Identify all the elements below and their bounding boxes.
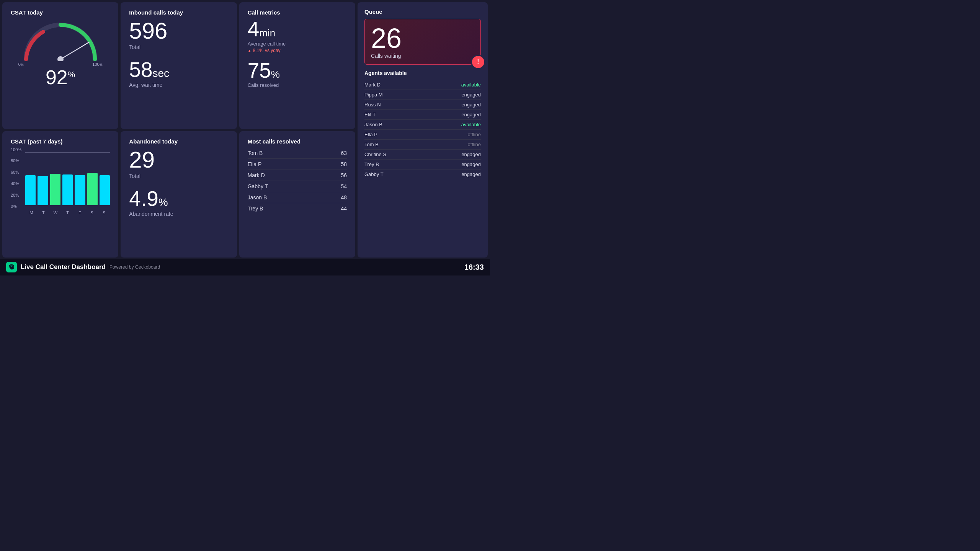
inbound-calls-card: Inbound calls today 596 Total 58sec Avg.… xyxy=(121,2,237,129)
agent-status: available xyxy=(461,82,481,88)
agents-list: Mark DavailablePippa MengagedRuss Nengag… xyxy=(364,80,481,179)
x-label: F xyxy=(74,210,86,215)
chart-area: 100%80%60%40%20%0% xyxy=(11,148,110,209)
abandoned-card: Abandoned today 29 Total 4.9% Abandonmen… xyxy=(121,131,237,258)
csat-7days-card: CSAT (past 7 days) 100%80%60%40%20%0% MT… xyxy=(2,131,118,258)
agent-name: Jason B xyxy=(364,122,382,127)
resolved-count: 54 xyxy=(341,183,347,189)
agent-name: Russ N xyxy=(364,102,381,108)
agent-status: available xyxy=(461,122,481,127)
gauge-min-label: 0% xyxy=(18,62,24,67)
abandoned-title: Abandoned today xyxy=(129,138,228,145)
agent-row: Gabby Tengaged xyxy=(364,170,481,179)
trend-arrow-icon: ▲ xyxy=(248,49,252,53)
resolved-label: Calls resolved xyxy=(248,82,347,88)
csat-today-title: CSAT today xyxy=(11,9,43,16)
main-content: CSAT today 0% 100% 92 xyxy=(0,0,490,259)
agents-title: Agents available xyxy=(364,70,481,76)
x-label: M xyxy=(25,210,38,215)
avg-time-label: Average call time xyxy=(248,41,347,47)
agent-row: Jason Bavailable xyxy=(364,120,481,130)
inbound-title: Inbound calls today xyxy=(129,9,228,16)
trend-value: 8.1% xyxy=(253,48,263,53)
abandoned-total-value: 29 xyxy=(129,148,228,171)
agent-row: Elif Tengaged xyxy=(364,110,481,120)
queue-alert: 26 Calls waiting ! xyxy=(364,19,481,65)
agent-row: Chritine Sengaged xyxy=(364,150,481,160)
agent-name: Tom B xyxy=(364,142,379,147)
agent-row: Pippa Mengaged xyxy=(364,90,481,100)
footer-time: 16:33 xyxy=(464,263,484,272)
queue-panel: Queue 26 Calls waiting ! Agents availabl… xyxy=(358,2,488,258)
resolved-count: 56 xyxy=(341,172,347,178)
resolved-name: Trey B xyxy=(248,205,263,212)
agent-row: Russ Nengaged xyxy=(364,100,481,110)
x-label: T xyxy=(62,210,74,215)
inbound-total-label: Total xyxy=(129,44,228,50)
resolved-name: Jason B xyxy=(248,194,267,201)
gauge-container xyxy=(18,17,103,61)
agent-name: Chritine S xyxy=(364,152,386,157)
y-label: 100% xyxy=(11,148,21,152)
avg-time-row: 4min Average call time ▲ 8.1% vs yday xyxy=(248,19,347,53)
resolved-row: 75% Calls resolved xyxy=(248,60,347,88)
x-label: W xyxy=(49,210,62,215)
agent-row: Mark Davailable xyxy=(364,80,481,90)
chart-bar xyxy=(100,175,110,205)
chart-bar xyxy=(25,175,36,205)
resolved-row: Jason B48 xyxy=(248,192,347,203)
y-label: 0% xyxy=(11,204,21,209)
resolved-row: Trey B44 xyxy=(248,203,347,214)
chart-bar xyxy=(50,174,60,205)
agent-name: Mark D xyxy=(364,82,381,88)
resolved-name: Ella P xyxy=(248,161,262,167)
abandoned-total-label: Total xyxy=(129,173,228,179)
resolved-name: Tom B xyxy=(248,150,263,156)
queue-waiting: Calls waiting xyxy=(371,53,474,59)
y-label: 20% xyxy=(11,193,21,197)
most-resolved-card: Most calls resolved Tom B63Ella P58Mark … xyxy=(239,131,355,258)
resolved-name: Mark D xyxy=(248,172,265,178)
alert-icon: ! xyxy=(472,56,484,68)
agent-status: engaged xyxy=(461,152,481,157)
x-label: S xyxy=(86,210,98,215)
most-resolved-title: Most calls resolved xyxy=(248,138,347,145)
agent-status: engaged xyxy=(461,92,481,98)
y-label: 80% xyxy=(11,159,21,163)
call-metrics-card: Call metrics 4min Average call time ▲ 8.… xyxy=(239,2,355,129)
queue-count: 26 xyxy=(371,24,474,52)
x-label: T xyxy=(38,210,50,215)
chart-y-labels: 100%80%60%40%20%0% xyxy=(11,148,21,209)
footer-logo: G xyxy=(6,262,17,272)
resolved-count: 63 xyxy=(341,150,347,156)
agent-row: Ella Poffline xyxy=(364,130,481,140)
agent-status: offline xyxy=(468,142,481,147)
agent-row: Trey Bengaged xyxy=(364,160,481,170)
footer-powered: Powered by Geckoboard xyxy=(109,264,160,270)
abandoned-rate-label: Abandonment rate xyxy=(129,211,228,217)
abandoned-rate-value: 4.9% xyxy=(129,188,228,209)
agent-name: Gabby T xyxy=(364,171,384,177)
chart-bar xyxy=(38,176,48,205)
y-label: 40% xyxy=(11,182,21,186)
csat-7days-title: CSAT (past 7 days) xyxy=(11,138,110,145)
inbound-total-value: 596 xyxy=(129,20,228,42)
gauge-svg xyxy=(18,17,103,61)
chart-bar xyxy=(62,174,73,205)
chart-bars xyxy=(25,148,110,205)
agent-row: Tom Boffline xyxy=(364,140,481,150)
chart-bar xyxy=(75,175,85,205)
svg-line-0 xyxy=(60,42,89,59)
resolved-count: 48 xyxy=(341,194,347,201)
agent-name: Pippa M xyxy=(364,92,383,98)
resolved-row: Ella P58 xyxy=(248,159,347,170)
agent-name: Elif T xyxy=(364,112,376,117)
call-metrics-title: Call metrics xyxy=(248,9,347,16)
agent-status: engaged xyxy=(461,102,481,108)
csat-today-card: CSAT today 0% 100% 92 xyxy=(2,2,118,129)
resolved-row: Mark D56 xyxy=(248,170,347,181)
x-label: S xyxy=(98,210,110,215)
gauge-max-label: 100% xyxy=(92,62,102,67)
footer-title: Live Call Center Dashboard xyxy=(21,263,106,271)
resolved-list: Tom B63Ella P58Mark D56Gabby T54Jason B4… xyxy=(248,148,347,214)
